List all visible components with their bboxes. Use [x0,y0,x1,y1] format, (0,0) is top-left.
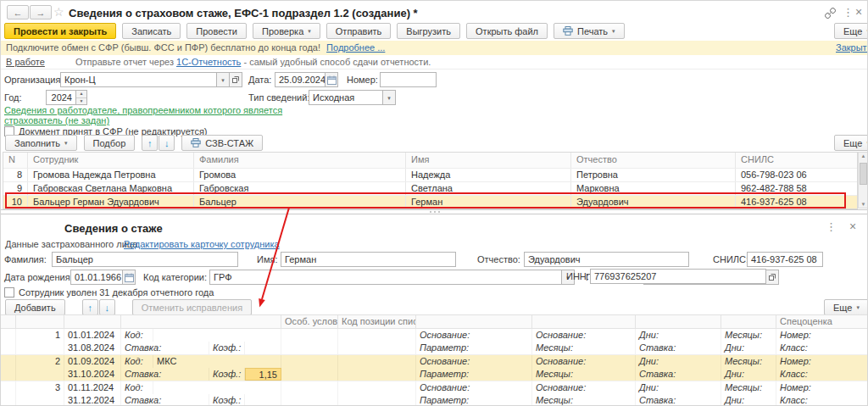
main-toolbar: Провести и закрыть Записать Провести Про… [4,23,625,39]
window-menu-icon[interactable]: ⋮ [843,6,854,19]
period-row[interactable]: 101.01.2024 Код: Основание: Основание: Д… [1,329,868,355]
date-calendar-button[interactable] [326,72,338,87]
employer-link-line1[interactable]: Сведения о работодателе, правопреемником… [4,105,282,115]
forward-icon: → [36,8,46,18]
splitter-grip[interactable] [434,211,436,213]
open-file-button[interactable]: Открыть файл [466,23,548,39]
spin-up-icon[interactable]: ▲ [76,91,86,97]
category-field[interactable]: ГРФ [209,270,562,285]
export-button[interactable]: Выгрузить [397,23,460,39]
org-open-button[interactable] [230,72,242,87]
employee-row-selected[interactable]: 10 Бальцер Герман Эдуардович Бальцер Гер… [3,195,857,209]
banner-message: Подключите обмен с СФР (бывш. ФСС и ПФР)… [6,42,320,53]
snils-field[interactable]: 416-937-625 08 [747,252,823,267]
year-field[interactable]: 2024 [46,90,76,105]
splitter-grip[interactable] [430,211,431,213]
stage-panel: Сведения о стаже ⋮ × Данные застрахованн… [1,214,867,406]
employees-scrollbar[interactable]: ▲ ▼ [858,152,868,209]
print-button[interactable]: Печать▾ [554,23,625,39]
scroll-up-icon[interactable]: ▲ [859,153,868,159]
employees-table-header: N Сотрудник Фамилия Имя Отчество СНИЛС [3,153,857,168]
lastname-field[interactable]: Бальцер [52,252,238,267]
nav-back-button[interactable]: ← [7,5,29,19]
favorite-star-icon[interactable]: ☆ [53,5,64,19]
citizenship-open-button[interactable] [766,270,779,285]
check-button[interactable]: Проверка▾ [253,23,320,39]
scroll-down-icon[interactable]: ▼ [859,202,868,207]
chevron-down-icon: ▾ [308,28,311,34]
birthdate-label: Дата рождения: [4,272,73,282]
window-close-icon[interactable]: × [855,5,862,19]
calendar-icon [125,273,134,282]
period-row-selected[interactable]: 201.09.2024 Код:МКС Основание: Основание… [1,355,868,381]
fill-bar: Заполнить▾ Подбор ↑ ↓ СЗВ-СТАЖ [5,135,263,151]
stage-close-icon[interactable]: × [849,220,856,233]
middlename-label: Отчество: [477,254,520,264]
undo-corrections-button[interactable]: Отменить исправления [132,299,252,315]
add-button[interactable]: Добавить [5,299,65,315]
info-type-field[interactable]: Исходная [309,90,383,105]
status-text: Отправьте отчет через 1С-Отчетность - са… [75,57,431,67]
move-up-button[interactable]: ↑ [82,299,98,315]
snils-label: СНИЛС: [713,254,748,264]
toolbar-more-button[interactable]: Еще▾ [834,23,868,39]
stage-more-button[interactable]: Еще▾ [824,299,868,315]
employee-row[interactable]: 9 Габровская Светлана Марковна Габровска… [3,181,857,195]
chain-icon [825,8,836,19]
org-field[interactable]: Крон-Ц [60,72,217,87]
firstname-field[interactable]: Герман [281,252,456,267]
coefficient-cell[interactable]: 1,15 [245,368,281,381]
year-spinner[interactable]: ▲ ▼ [76,90,87,105]
fired-checkbox[interactable] [4,287,14,298]
chevron-down-icon: ▾ [856,304,860,310]
move-up-icon: ↑ [87,303,92,313]
employees-more-button[interactable]: Еще▾ [834,135,868,151]
move-down-button[interactable]: ↓ [159,135,175,151]
move-up-button[interactable]: ↑ [142,135,158,151]
birthdate-field[interactable]: 01.01.1966 [70,270,123,285]
employer-link-line2[interactable]: страхователь (не задан) [4,115,109,125]
nav-forward-button[interactable]: → [30,5,52,19]
col-spec-assessment: Спецоценка [776,315,868,328]
scrollbar-thumb[interactable] [860,163,867,185]
org-dropdown-button[interactable]: ▾ [217,72,230,87]
move-up-icon: ↑ [147,138,153,148]
employee-row[interactable]: 8 Громова Надежда Петровна Громова Надеж… [3,168,857,181]
col-special-conditions: Особ. условия [281,315,338,328]
spin-down-icon[interactable]: ▼ [76,97,86,104]
date-field[interactable]: 25.09.2024 [275,72,326,87]
info-type-dropdown-button[interactable]: ▾ [383,90,396,105]
efs1-document-window: ← → ☆ Сведения о страховом стаже, ЕФС-1 … [0,0,868,406]
inn-field[interactable]: 776937625207 [590,269,766,284]
1c-report-link[interactable]: 1С-Отчетность [176,57,241,67]
write-button[interactable]: Записать [122,23,181,39]
post-button[interactable]: Провести [186,23,247,39]
stage-menu-icon[interactable]: ⋮ [826,220,837,233]
send-button[interactable]: Отправить [326,23,392,39]
post-and-close-button[interactable]: Провести и закрыть [4,23,116,39]
status-row: В работе Отправьте отчет через 1С-Отчетн… [1,55,867,70]
status-state-link[interactable]: В работе [6,57,45,67]
info-type-label: Тип сведений: [248,92,309,103]
birthdate-calendar-button[interactable] [123,270,136,285]
splitter-grip[interactable] [438,211,440,213]
banner-close-link[interactable]: Закрыть [836,41,868,55]
fired-checkbox-row: Сотрудник уволен 31 декабря отчетного го… [4,287,214,298]
get-link-icon[interactable] [825,8,836,19]
number-field[interactable] [380,72,437,87]
chevron-down-icon: ▾ [612,28,615,34]
banner-more-link[interactable]: Подробнее ... [326,42,385,53]
edit-employee-card-link[interactable]: Редактировать карточку сотрудника [124,239,280,249]
period-row[interactable]: 301.11.2024 Код: Основание: Основание: Д… [1,381,868,406]
szv-stazh-button[interactable]: СЗВ-СТАЖ [181,135,263,151]
move-down-icon: ↓ [164,138,170,148]
pick-button[interactable]: Подбор [84,135,136,151]
middlename-field[interactable]: Эдуардович [524,252,689,267]
inn-label: ИНН: [566,271,589,281]
fill-button[interactable]: Заполнить▾ [5,135,77,151]
move-down-button[interactable]: ↓ [99,299,115,315]
date-label: Дата: [248,75,271,85]
printer-icon [563,26,573,36]
employees-table: N Сотрудник Фамилия Имя Отчество СНИЛС 8… [3,152,858,209]
org-label: Организация: [4,75,63,85]
